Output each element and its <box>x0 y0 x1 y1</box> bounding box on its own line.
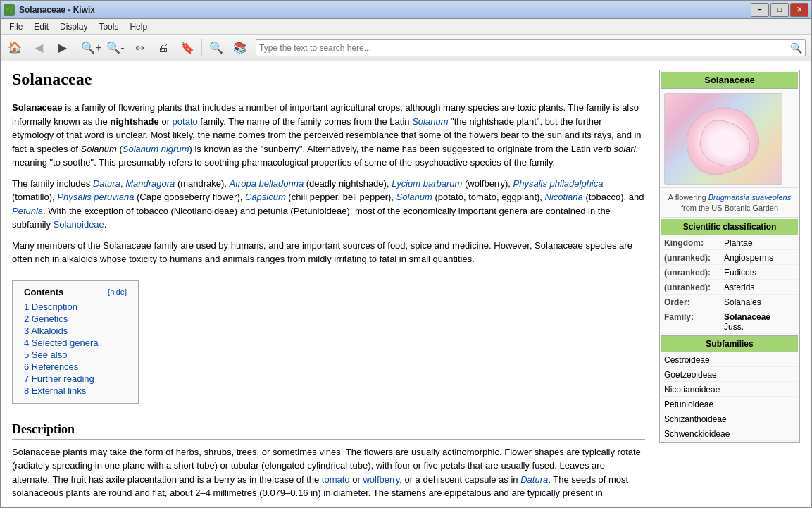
search-go-button[interactable]: 🔍 <box>790 42 802 54</box>
toc-link-4[interactable]: 4 Selected genera <box>24 337 99 348</box>
subfamily-3: Nicotianoideae <box>661 383 798 397</box>
datura-link-2[interactable]: Datura <box>520 474 548 485</box>
kingdom-value: Plantae <box>724 238 795 248</box>
solanaceae-bold: Solanaceae <box>12 102 63 113</box>
infobox-row-unranked3: (unranked): Asterids <box>661 281 798 295</box>
datura-link[interactable]: Datura <box>93 178 120 189</box>
maximize-button[interactable]: □ <box>770 3 789 17</box>
toc-box: Contents [hide] 1 Description 2 Genetics… <box>12 280 139 404</box>
menu-help[interactable]: Help <box>124 20 153 33</box>
zoom-out-button[interactable]: 🔍- <box>104 37 127 58</box>
brugmansia-link[interactable]: Brugmansia suaveolens <box>708 193 791 202</box>
infobox-row-order: Order: Solanales <box>661 296 798 309</box>
solanum-link-2[interactable]: Solanum <box>396 192 432 202</box>
nightshade-bold: nightshade <box>110 116 158 127</box>
solanum-link-1[interactable]: Solanum <box>412 116 448 127</box>
unranked2-label: (unranked): <box>664 268 724 278</box>
solanoideae-link[interactable]: Solanoideae <box>54 219 104 230</box>
sci-class-title: Scientific classification <box>661 219 798 235</box>
lycium-link[interactable]: Lycium barbarum <box>392 178 462 189</box>
intro-paragraph-1: Solanaceae is a family of flowering plan… <box>12 101 645 170</box>
toc-item-8: 8 External links <box>24 385 127 396</box>
unranked1-label: (unranked): <box>664 253 724 263</box>
wolfberry-link[interactable]: wolfberry <box>363 474 399 485</box>
subfamily-2: Goetzeoideae <box>661 368 798 382</box>
library-button[interactable]: 📚 <box>229 37 251 58</box>
toc-title: Contents <box>24 287 63 297</box>
window-title: Solanaceae - Kiwix <box>19 5 95 15</box>
infobox-title: Solanaceae <box>661 72 798 89</box>
menu-tools[interactable]: Tools <box>93 20 124 33</box>
adjust-button[interactable]: ⇔ <box>128 37 151 58</box>
toc-item-3: 3 Alkaloids <box>24 326 127 336</box>
infobox-row-unranked1: (unranked): Angiosperms <box>661 252 798 265</box>
window-controls: − □ ✕ <box>751 3 808 17</box>
infobox: Solanaceae A flowering Brugmansia suaveo… <box>659 70 800 443</box>
petunia-link[interactable]: Petunia <box>12 206 43 216</box>
toolbar-separator-2 <box>201 39 202 56</box>
atropa-link[interactable]: Atropa belladonna <box>230 178 304 189</box>
toc-item-2: 2 Genetics <box>24 314 127 324</box>
toc-item-4: 4 Selected genera <box>24 337 127 348</box>
toc-item-1: 1 Description <box>24 302 127 312</box>
unranked3-label: (unranked): <box>664 283 724 292</box>
bookmark-button[interactable]: 🔖 <box>176 37 199 58</box>
title-bar: 🌿 Solanaceae - Kiwix − □ ✕ <box>1 1 811 19</box>
mandragora-link[interactable]: Mandragora <box>125 178 175 189</box>
unranked3-value: Asterids <box>724 283 795 292</box>
intro-paragraph-3: Many members of the Solanaceae family ar… <box>12 239 645 266</box>
print-button[interactable]: 🖨 <box>152 37 175 58</box>
search-button[interactable]: 🔍 <box>205 37 227 58</box>
potato-link[interactable]: potato <box>173 116 198 127</box>
description-section-title: Description <box>12 422 645 440</box>
subfamily-5: Schizanthoideae <box>661 413 798 426</box>
menu-file[interactable]: File <box>4 20 28 33</box>
unranked2-value: Eudicots <box>724 268 795 278</box>
toc-link-2[interactable]: 2 Genetics <box>24 314 68 324</box>
zoom-in-button[interactable]: 🔍+ <box>80 37 103 58</box>
subfamily-1: Cestroideae <box>661 354 798 367</box>
infobox-image <box>661 90 798 188</box>
toc-hide-button[interactable]: [hide] <box>108 287 127 296</box>
toc-link-8[interactable]: 8 External links <box>24 385 86 396</box>
infobox-row-unranked2: (unranked): Eudicots <box>661 266 798 280</box>
back-button[interactable]: ◀ <box>27 37 50 58</box>
infobox-row-kingdom: Kingdom: Plantae <box>661 237 798 250</box>
order-value: Solanales <box>724 297 795 307</box>
capsicum-link[interactable]: Capsicum <box>245 192 286 202</box>
toc-link-3[interactable]: 3 Alkaloids <box>24 326 68 336</box>
search-bar: 🔍 <box>256 39 806 56</box>
kingdom-label: Kingdom: <box>664 238 724 248</box>
solanum-nigrum-link[interactable]: Solanum nigrum <box>123 144 189 154</box>
description-paragraph-1: Solanaceae plants may take the form of h… <box>12 445 645 500</box>
menu-edit[interactable]: Edit <box>28 20 54 33</box>
forward-button[interactable]: ▶ <box>51 37 74 58</box>
toc-link-6[interactable]: 6 References <box>24 361 78 372</box>
physalis-p-link[interactable]: Physalis philadelphica <box>513 178 604 189</box>
family-value: Solanaceae Juss. <box>724 312 795 332</box>
flower-image <box>664 93 782 185</box>
order-label: Order: <box>664 297 724 307</box>
menu-bar: File Edit Display Tools Help <box>1 19 811 35</box>
physalis-per-link[interactable]: Physalis peruviana <box>57 192 134 202</box>
toc-link-7[interactable]: 7 Further reading <box>24 373 94 384</box>
toc-item-5: 5 See also <box>24 349 127 360</box>
tomato-link[interactable]: tomato <box>322 474 350 485</box>
article-body: Solanaceae is a family of flowering plan… <box>12 101 645 507</box>
content-area: Solanaceae A flowering Brugmansia suaveo… <box>1 61 811 507</box>
subfamily-4: Petunioideae <box>661 398 798 411</box>
toc-list: 1 Description 2 Genetics 3 Alkaloids 4 S… <box>24 302 127 396</box>
menu-display[interactable]: Display <box>54 20 93 33</box>
family-name: Solanaceae <box>724 312 770 322</box>
toc-link-5[interactable]: 5 See also <box>24 349 67 360</box>
family-author: Juss. <box>724 322 744 332</box>
home-button[interactable]: 🏠 <box>4 37 26 58</box>
toc-link-1[interactable]: 1 Description <box>24 302 77 312</box>
toolbar: 🏠 ◀ ▶ 🔍+ 🔍- ⇔ 🖨 🔖 🔍 📚 🔍 <box>1 35 811 61</box>
close-button[interactable]: ✕ <box>790 3 808 17</box>
nicotiana-link[interactable]: Nicotiana <box>545 192 583 202</box>
search-input[interactable] <box>259 43 790 53</box>
subfamily-6: Schwenckioideae <box>661 428 798 441</box>
minimize-button[interactable]: − <box>751 3 769 17</box>
toc-item-7: 7 Further reading <box>24 373 127 384</box>
